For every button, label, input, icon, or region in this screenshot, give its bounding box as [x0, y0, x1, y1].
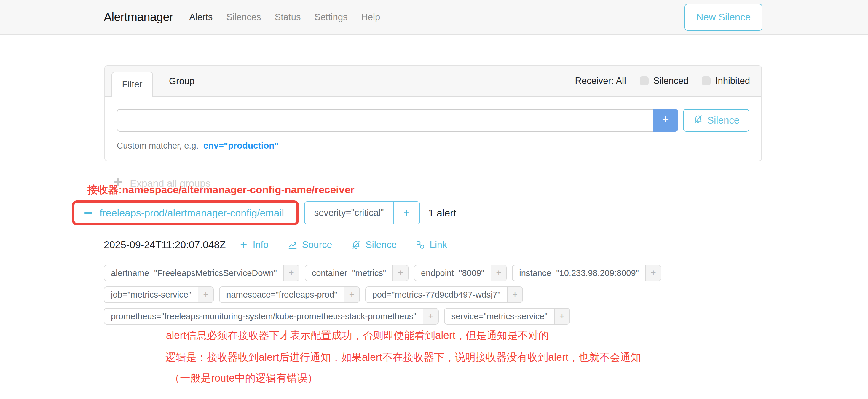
group-receiver-link[interactable]: freeleaps-prod/alertmanager-config/email	[100, 207, 284, 219]
filter-header-controls: Receiver: All Silenced Inhibited	[575, 75, 750, 86]
alert-label-text: service="metrics-service"	[445, 309, 554, 324]
silence-filter-label: Silence	[707, 115, 739, 126]
link-icon	[415, 240, 425, 250]
alert-action-link-label: Link	[430, 239, 447, 250]
app-brand[interactable]: Alertmanager	[104, 10, 173, 24]
alert-label-text: instance="10.233.98.209:8009"	[513, 265, 645, 281]
nav-item-settings[interactable]: Settings	[314, 12, 347, 23]
alert-label-row: job="metrics-service" + namespace="freel…	[104, 286, 661, 303]
annotation-note-3: （一般是route中的逻辑有错误）	[169, 371, 318, 385]
new-silence-button[interactable]: New Silence	[684, 4, 763, 31]
collapse-minus-icon	[85, 212, 92, 214]
alert-label-text: namespace="freeleaps-prod"	[220, 287, 344, 302]
alert-label-container: container="metrics" +	[305, 265, 408, 281]
alert-group-row: freeleaps-prod/alertmanager-config/email…	[72, 201, 456, 225]
custom-matcher-hint: Custom matcher, e.g.	[117, 141, 198, 151]
silence-filter-button[interactable]: Silence	[683, 109, 749, 132]
alert-action-silence[interactable]: Silence	[351, 239, 397, 250]
annotation-note-2: 逻辑是：接收器收到alert后进行通知，如果alert不在接收器下，说明接收器没…	[165, 350, 641, 364]
bell-slash-icon	[351, 240, 361, 250]
alert-label-job: job="metrics-service" +	[104, 286, 214, 303]
alert-label-text: job="metrics-service"	[104, 287, 198, 302]
add-label-filter-button[interactable]: +	[198, 287, 213, 302]
add-label-filter-button[interactable]: +	[554, 309, 569, 324]
alert-label-instance: instance="10.233.98.209:8009" +	[512, 265, 661, 281]
alert-header-row: 2025-09-24T11:20:07.048Z Info Source	[104, 239, 466, 250]
alert-labels: alertname="FreeleapsMetricsServiceDown" …	[104, 265, 661, 325]
filter-panel-body: + Silence Custom matcher, e.g. env="prod…	[105, 97, 761, 151]
silenced-checkbox-label[interactable]: Silenced	[653, 75, 689, 86]
annotation-red-box: freeleaps-prod/alertmanager-config/email	[72, 201, 299, 225]
alert-label-row: alertname="FreeleapsMetricsServiceDown" …	[104, 265, 661, 281]
alert-action-info[interactable]: Info	[239, 239, 268, 250]
add-label-filter-button[interactable]: +	[393, 265, 408, 281]
alert-timestamp: 2025-09-24T11:20:07.048Z	[104, 239, 226, 250]
alert-action-source[interactable]: Source	[287, 239, 332, 250]
matcher-input[interactable]	[117, 109, 653, 132]
alert-label-text: prometheus="freeleaps-monitoring-system/…	[104, 309, 423, 324]
alert-label-row: prometheus="freeleaps-monitoring-system/…	[104, 308, 661, 325]
add-label-filter-button[interactable]: +	[283, 265, 299, 281]
top-navbar: Alertmanager Alerts Silences Status Sett…	[0, 0, 868, 35]
alert-action-link[interactable]: Link	[415, 239, 447, 250]
tab-group[interactable]: Group	[163, 66, 200, 97]
group-matcher-buttons: severity="critical" +	[304, 201, 420, 224]
nav-item-status[interactable]: Status	[275, 12, 301, 23]
filter-panel-header: Filter Group Receiver: All Silenced Inhi…	[105, 66, 761, 97]
bell-slash-icon	[693, 114, 703, 127]
add-matcher-button[interactable]: +	[653, 109, 678, 132]
matcher-example-link[interactable]: env="production"	[204, 141, 279, 151]
annotation-receiver-note: 接收器:namespace/altermanager-config-name/r…	[88, 183, 354, 197]
alert-label-endpoint: endpoint="8009" +	[414, 265, 507, 281]
nav-item-help[interactable]: Help	[361, 12, 380, 23]
add-label-filter-button[interactable]: +	[491, 265, 506, 281]
alert-label-namespace: namespace="freeleaps-prod" +	[219, 286, 360, 303]
annotation-note-1: alert信息必须在接收器下才表示配置成功，否则即使能看到alert，但是通知是…	[166, 329, 549, 342]
receiver-dropdown[interactable]: Receiver: All	[575, 75, 626, 86]
nav-item-silences[interactable]: Silences	[226, 12, 261, 23]
alert-label-text: alertname="FreeleapsMetricsServiceDown"	[104, 265, 283, 281]
group-matcher-severity[interactable]: severity="critical"	[305, 202, 393, 224]
add-label-filter-button[interactable]: +	[507, 287, 522, 302]
group-alert-count: 1 alert	[428, 207, 457, 219]
alert-label-alertname: alertname="FreeleapsMetricsServiceDown" …	[104, 265, 300, 281]
add-label-filter-button[interactable]: +	[423, 309, 438, 324]
silenced-checkbox[interactable]	[640, 76, 649, 85]
inhibited-checkbox-label[interactable]: Inhibited	[715, 75, 750, 86]
alert-label-service: service="metrics-service" +	[444, 308, 570, 325]
alert-label-text: container="metrics"	[305, 265, 393, 281]
alert-label-text: pod="metrics-77d9cdb497-wdsj7"	[366, 287, 507, 302]
inhibited-checkbox[interactable]	[702, 76, 711, 85]
group-matcher-add-button[interactable]: +	[394, 202, 420, 224]
alert-action-silence-label: Silence	[366, 239, 397, 250]
chart-icon	[287, 240, 298, 250]
alert-label-text: endpoint="8009"	[414, 265, 491, 281]
alert-label-prometheus: prometheus="freeleaps-monitoring-system/…	[104, 308, 439, 325]
alert-action-info-label: Info	[253, 239, 268, 250]
alert-action-source-label: Source	[302, 239, 332, 250]
nav-item-alerts[interactable]: Alerts	[189, 12, 213, 23]
plus-icon	[239, 240, 248, 249]
filter-panel: Filter Group Receiver: All Silenced Inhi…	[104, 65, 762, 161]
add-label-filter-button[interactable]: +	[344, 287, 359, 302]
tab-filter[interactable]: Filter	[112, 72, 153, 97]
alert-label-pod: pod="metrics-77d9cdb497-wdsj7" +	[365, 286, 523, 303]
add-label-filter-button[interactable]: +	[645, 265, 661, 281]
